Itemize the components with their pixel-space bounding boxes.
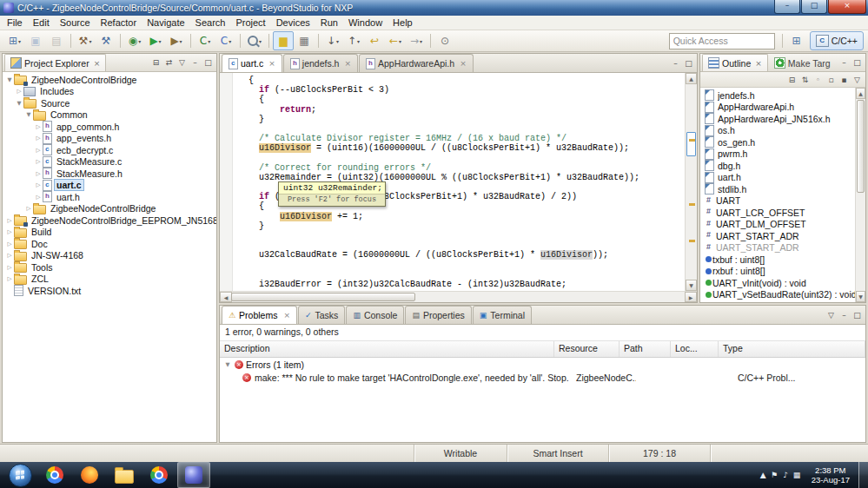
menu-item-refactor[interactable]: Refactor bbox=[96, 16, 142, 29]
scroll-down-arrow-icon[interactable]: ▼ bbox=[856, 291, 865, 302]
build-menu-caret[interactable]: ▾ bbox=[89, 38, 91, 44]
outline-list[interactable]: jendefs.hAppHardwareApi.hAppHardwareApi_… bbox=[700, 88, 855, 302]
run-button[interactable]: ▶▾ bbox=[145, 31, 166, 50]
editor-maximize-icon[interactable]: □ bbox=[682, 57, 695, 69]
tree-collapse-arrow[interactable]: ▼ bbox=[15, 100, 23, 107]
explorer-collapse-all-icon[interactable]: ⊟ bbox=[149, 56, 162, 69]
tree-expand-arrow[interactable]: ▷ bbox=[34, 123, 43, 130]
view-close-icon[interactable]: × bbox=[755, 59, 762, 68]
menu-item-help[interactable]: Help bbox=[388, 16, 418, 29]
scroll-right-arrow-icon[interactable]: ▶ bbox=[685, 292, 697, 302]
new-c-project-button[interactable]: C▾ bbox=[195, 31, 215, 50]
tree-item-build[interactable]: ▷Build bbox=[3, 227, 216, 239]
code-line-16[interactable]: } bbox=[238, 221, 685, 231]
problem-row[interactable]: ×make: *** No rule to make target 'HACon… bbox=[220, 371, 865, 384]
code-line-7[interactable]: /* Calculate Divisor register = 16MHz / … bbox=[238, 134, 685, 143]
quick-access-input[interactable] bbox=[669, 33, 775, 49]
outline-scrollbar-thumb[interactable] bbox=[857, 100, 865, 193]
tray-hidden-icons-icon[interactable]: ▲ bbox=[758, 471, 769, 479]
code-line-8[interactable]: u16Divisor = (uint16)(16000000UL / ((u8C… bbox=[238, 143, 685, 153]
tree-item-uart-h[interactable]: ▷huart.h bbox=[3, 191, 216, 203]
debug-menu-caret[interactable]: ▾ bbox=[138, 38, 141, 44]
column-header-type[interactable]: Type bbox=[719, 341, 865, 357]
column-header-loc[interactable]: Loc... bbox=[671, 341, 719, 357]
tree-item-zigbeenodecontrolbridge[interactable]: ▼ZigbeeNodeControlBridge bbox=[3, 74, 216, 86]
view-tab-properties[interactable]: ▤Properties bbox=[405, 306, 471, 324]
outline-item-uart-dlm-offset[interactable]: #UART_DLM_OFFSET bbox=[700, 219, 855, 231]
taskbar-chrome-button[interactable] bbox=[38, 462, 71, 488]
tree-expand-arrow[interactable]: ▷ bbox=[5, 252, 14, 259]
tree-collapse-arrow[interactable]: ▼ bbox=[24, 111, 33, 118]
code-line-1[interactable]: { bbox=[238, 76, 685, 85]
next-annotation-menu-caret[interactable]: ▾ bbox=[336, 38, 339, 44]
tree-expand-arrow[interactable]: ▷ bbox=[5, 217, 14, 224]
problems-view-menu-icon[interactable]: ▽ bbox=[825, 309, 838, 321]
view-close-icon[interactable]: × bbox=[283, 311, 290, 320]
outline-item-uart[interactable]: #UART bbox=[700, 195, 855, 208]
tree-expand-arrow[interactable]: ▷ bbox=[5, 241, 14, 247]
debug-button[interactable]: ◉▾ bbox=[124, 31, 145, 50]
outline-view-menu-icon[interactable]: ▽ bbox=[851, 74, 864, 86]
column-header-resource[interactable]: Resource bbox=[554, 341, 620, 357]
tree-item-zcl[interactable]: ▷ZCL bbox=[3, 274, 216, 286]
editor-hscrollbar-thumb[interactable] bbox=[231, 293, 415, 301]
menu-item-edit[interactable]: Edit bbox=[28, 16, 55, 29]
outline-item-os-gen-h[interactable]: os_gen.h bbox=[700, 136, 855, 148]
next-annotation-button[interactable]: ↓▾ bbox=[322, 31, 343, 50]
project-tree[interactable]: ▼ZigbeeNodeControlBridge▷Includes▼Source… bbox=[3, 72, 216, 442]
outline-maximize-icon[interactable]: □ bbox=[851, 56, 864, 69]
tray-volume-icon[interactable]: ♪ bbox=[780, 471, 792, 479]
editor-tab-apphardwareapi-h[interactable]: hAppHardwareApi.h× bbox=[359, 54, 474, 72]
outline-hide-non-public-members-icon[interactable]: ▪ bbox=[838, 74, 851, 86]
outline-item-uart-vinit-void-void[interactable]: UART_vInit(void) : void bbox=[700, 277, 855, 289]
code-line-19[interactable]: u32CalcBaudRate = (16000000UL / ((u8Cloc… bbox=[238, 250, 685, 260]
tree-item-source[interactable]: ▼Source bbox=[3, 97, 216, 109]
code-line-4[interactable]: return; bbox=[238, 105, 685, 115]
new-cpp-class-menu-caret[interactable]: ▾ bbox=[229, 38, 231, 44]
group-collapse-arrow[interactable]: ▼ bbox=[223, 361, 232, 368]
tree-item-app-events-h[interactable]: ▷happ_events.h bbox=[3, 133, 216, 145]
outline-item-uart-h[interactable]: uart.h bbox=[700, 172, 855, 184]
tree-item-stackmeasure-c[interactable]: ▷cStackMeasure.c bbox=[3, 156, 216, 168]
new-wizard-menu-caret[interactable]: ▾ bbox=[18, 38, 21, 44]
tab-close-icon[interactable]: × bbox=[460, 59, 467, 68]
tree-expand-arrow[interactable]: ▷ bbox=[34, 194, 43, 201]
menu-item-project[interactable]: Project bbox=[230, 16, 270, 29]
code-line-9[interactable] bbox=[238, 154, 685, 163]
outline-item-pwrm-h[interactable]: pwrm.h bbox=[700, 148, 855, 161]
outline-minimize-icon[interactable]: – bbox=[838, 56, 851, 69]
menu-item-navigate[interactable]: Navigate bbox=[142, 16, 189, 29]
tree-item-common[interactable]: ▼Common bbox=[3, 109, 216, 122]
external-tools-button[interactable]: ▶▾ bbox=[166, 31, 187, 50]
view-close-icon[interactable]: × bbox=[94, 59, 101, 68]
scroll-left-arrow-icon[interactable]: ◀ bbox=[220, 292, 232, 302]
view-tab-terminal[interactable]: ▣Terminal bbox=[473, 306, 532, 324]
outline-scrollbar[interactable]: ▲ ▼ bbox=[855, 88, 865, 302]
build-all-button[interactable]: ⚒ bbox=[96, 31, 116, 50]
tree-expand-arrow[interactable]: ▷ bbox=[34, 135, 43, 142]
last-edit-location-button[interactable]: ↩ bbox=[364, 31, 385, 50]
tree-item-includes[interactable]: ▷Includes bbox=[3, 86, 216, 98]
cpp-perspective-button[interactable]: C C/C++ bbox=[810, 31, 864, 50]
tree-item-zigbeenodecontrolbridge-eeprom-jn5168[interactable]: ▷ZigbeeNodeControlBridge_EEPROM_JN5168 bbox=[3, 214, 216, 227]
view-tab-tasks[interactable]: ✓Tasks bbox=[298, 306, 345, 324]
taskbar-explorer-button[interactable] bbox=[108, 462, 141, 488]
show-desktop-button[interactable] bbox=[858, 462, 868, 488]
scroll-up-arrow-icon[interactable]: ▲ bbox=[686, 73, 697, 84]
outline-item-apphardwareapi-h[interactable]: AppHardwareApi.h bbox=[700, 102, 855, 114]
new-wizard-button[interactable]: ⊞▾ bbox=[4, 31, 25, 50]
print-button[interactable]: ▤ bbox=[46, 31, 67, 50]
previous-annotation-button[interactable]: ↑▾ bbox=[343, 31, 364, 50]
outline-item-uart-start-adr[interactable]: #UART_START_ADR bbox=[700, 242, 855, 254]
occurrence-marker[interactable] bbox=[689, 203, 695, 206]
new-cpp-class-button[interactable]: C▾ bbox=[215, 31, 236, 50]
editor-vertical-scrollbar[interactable]: ▲ ▼ bbox=[685, 73, 697, 291]
tree-expand-arrow[interactable]: ▷ bbox=[34, 170, 43, 177]
search-menu-caret[interactable]: ▾ bbox=[259, 38, 262, 44]
tree-expand-arrow[interactable]: ▷ bbox=[5, 264, 14, 271]
outline-sort-icon[interactable]: ⇅ bbox=[798, 74, 812, 86]
tree-expand-arrow[interactable]: ▷ bbox=[15, 88, 23, 95]
tree-expand-arrow[interactable]: ▷ bbox=[34, 181, 43, 188]
tree-item-ecb-decrypt-c[interactable]: ▷cecb_decrypt.c bbox=[3, 144, 216, 156]
editor-minimize-icon[interactable]: – bbox=[669, 57, 682, 69]
